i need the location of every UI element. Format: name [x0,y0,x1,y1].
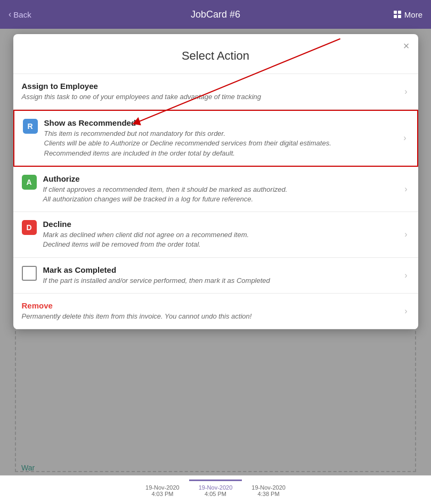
action-desc-authorize-2: All authorization changes will be tracke… [43,194,401,204]
action-icon-complete [22,266,37,281]
action-desc-recommend-2: Clients will be able to Authorize or Dec… [44,139,400,148]
action-item-complete[interactable]: Mark as Completed If the part is install… [13,258,418,294]
more-label: More [404,10,422,19]
timeline-time-0: 4:03 PM [151,491,173,497]
action-desc-complete: If the part is installed and/or service … [43,276,401,286]
action-content-recommend: Show as Recommended This item is recomme… [44,118,400,158]
action-icon-recommend: R [23,119,38,134]
timeline-bar: 19-Nov-2020 4:03 PM 19-Nov-2020 4:05 PM … [0,475,431,504]
timeline-date-2: 19-Nov-2020 [251,484,286,491]
action-content-assign: Assign to Employee Assign this task to o… [22,82,401,102]
action-icon-decline: D [22,220,37,235]
action-item-recommend[interactable]: R Show as Recommended This item is recom… [13,110,418,167]
action-item-decline[interactable]: D Decline Mark as declined when client d… [13,212,418,257]
action-name-assign: Assign to Employee [22,82,401,91]
modal-overlay[interactable]: × Select Action Assign to Employee Assig… [0,29,431,475]
timeline-date-1: 19-Nov-2020 [199,484,233,491]
action-chevron-decline: › [404,230,407,239]
action-name-decline: Decline [43,220,401,229]
action-content-complete: Mark as Completed If the part is install… [43,265,401,286]
action-icon-authorize: A [22,175,37,190]
action-desc-decline-2: Declined items will be removed from the … [43,240,401,249]
action-desc-recommend-3: Recommended items are included in the or… [44,149,400,158]
modal-close-button[interactable]: × [403,40,410,51]
back-label: Back [13,10,31,19]
timeline-item-2[interactable]: 19-Nov-2020 4:38 PM [242,479,295,500]
back-button[interactable]: ‹ Back [9,10,31,19]
action-name-remove: Remove [22,301,401,310]
modal-title: Select Action [13,34,418,74]
action-chevron-assign: › [404,87,407,96]
action-item-authorize[interactable]: A Authorize If client approves a recomme… [13,167,418,212]
back-chevron-icon: ‹ [9,10,11,19]
top-navigation: ‹ Back JobCard #6 More [0,0,431,29]
action-chevron-remove: › [404,306,407,316]
timeline-date-0: 19-Nov-2020 [145,484,180,491]
timeline-item-1[interactable]: 19-Nov-2020 4:05 PM [189,479,242,500]
timeline-item-0[interactable]: 19-Nov-2020 4:03 PM [136,479,189,500]
action-list: Assign to Employee Assign this task to o… [13,74,418,329]
action-chevron-complete: › [404,271,407,280]
action-name-authorize: Authorize [43,174,401,183]
grid-icon [394,11,401,18]
action-content-authorize: Authorize If client approves a recommend… [43,174,401,204]
action-name-complete: Mark as Completed [43,265,401,274]
action-desc-recommend-1: This item is recommended but not mandato… [44,129,400,139]
action-desc-decline-1: Mark as declined when client did not agr… [43,230,401,240]
action-desc-remove: Permanently delete this item from this i… [22,312,401,321]
action-chevron-authorize: › [404,184,407,194]
action-content-decline: Decline Mark as declined when client did… [43,220,401,249]
action-item-assign[interactable]: Assign to Employee Assign this task to o… [13,74,418,110]
select-action-modal: × Select Action Assign to Employee Assig… [13,34,418,329]
action-content-remove: Remove Permanently delete this item from… [22,301,401,321]
more-button[interactable]: More [394,10,422,19]
action-item-remove[interactable]: Remove Permanently delete this item from… [13,294,418,329]
timeline-time-2: 4:38 PM [258,491,280,497]
action-desc-assign: Assign this task to one of your employee… [22,92,401,102]
action-desc-authorize-1: If client approves a recommended item, t… [43,185,401,194]
action-chevron-recommend: › [403,133,406,143]
timeline-time-1: 4:05 PM [205,491,226,497]
page-title: JobCard #6 [191,9,240,20]
action-name-recommend: Show as Recommended [44,118,400,127]
